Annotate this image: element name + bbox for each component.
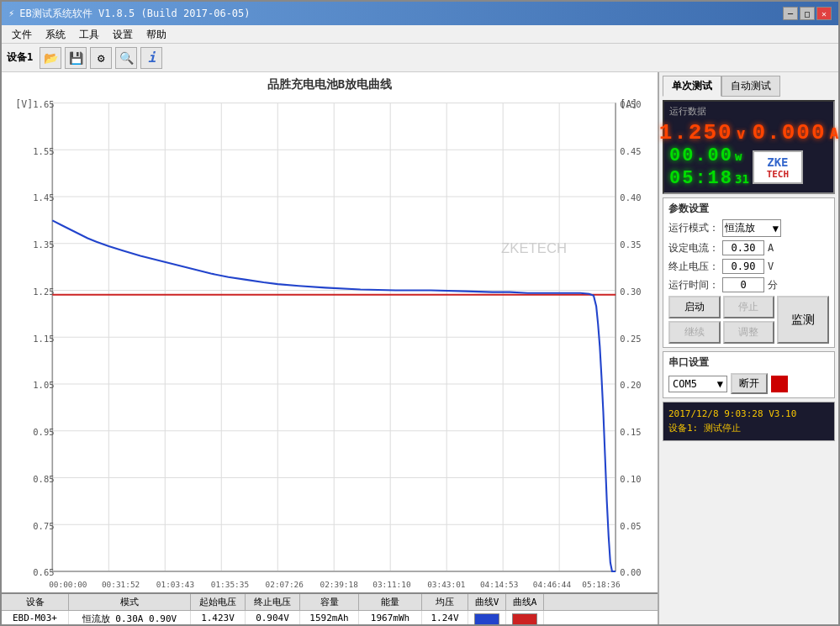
cell-start-v: 1.423V: [191, 611, 246, 624]
svg-text:0.50: 0.50: [620, 99, 641, 109]
start-button[interactable]: 启动: [668, 296, 721, 318]
menu-tools[interactable]: 工具: [72, 27, 106, 41]
svg-text:1.05: 1.05: [33, 380, 54, 390]
svg-text:0.35: 0.35: [620, 239, 641, 250]
status-line2: 设备1: 测试停止: [668, 422, 829, 436]
voltage-display: 1.250: [659, 120, 733, 145]
col-curve-v: 曲线V: [468, 594, 506, 610]
time-row: 运行时间： 0 分: [668, 277, 829, 292]
power-display: 00.00: [669, 145, 733, 166]
menu-settings[interactable]: 设置: [106, 27, 140, 41]
voltage-input[interactable]: 0.90: [722, 259, 764, 274]
open-button[interactable]: 📂: [40, 47, 61, 69]
svg-text:1.65: 1.65: [33, 99, 54, 109]
minimize-button[interactable]: ─: [783, 7, 798, 20]
svg-text:0.45: 0.45: [620, 146, 641, 156]
bottom-table: 设备 模式 起始电压 终止电压 容量 能量 均压 曲线V 曲线A EBD-M03…: [2, 592, 658, 624]
menu-file[interactable]: 文件: [5, 27, 39, 41]
current-input[interactable]: 0.30: [722, 240, 764, 255]
svg-text:0.40: 0.40: [620, 192, 641, 203]
right-panel: 单次测试 自动测试 运行数据 1.250 v 0.000 A 00.00 w: [658, 72, 838, 624]
current-label: 设定电流：: [668, 241, 719, 255]
svg-text:00:31:52: 00:31:52: [102, 580, 140, 589]
time-input[interactable]: 0: [722, 277, 764, 292]
cell-end-v: 0.904V: [246, 611, 300, 624]
maximize-button[interactable]: □: [800, 7, 815, 20]
svg-text:1.35: 1.35: [33, 239, 54, 250]
svg-text:0.75: 0.75: [33, 521, 54, 531]
power-unit: w: [735, 150, 742, 163]
serial-disconnect-button[interactable]: 断开: [731, 373, 768, 394]
running-data-panel: 运行数据 1.250 v 0.000 A 00.00 w 05:18: [663, 100, 835, 194]
svg-text:01:35:35: 01:35:35: [211, 580, 249, 589]
svg-text:1.55: 1.55: [33, 146, 54, 156]
svg-text:1.25: 1.25: [33, 287, 54, 297]
mode-row: 运行模式： 恒流放 ▼: [668, 219, 829, 237]
close-button[interactable]: ✕: [816, 7, 832, 20]
zke-logo: ZKE TECH: [753, 150, 803, 184]
serial-port-select[interactable]: COM5 ▼: [668, 376, 727, 392]
serial-dropdown-icon: ▼: [717, 378, 723, 390]
main-window: ⚡ EB测试系统软件 V1.8.5 (Build 2017-06-05) ─ □…: [0, 0, 840, 626]
svg-text:ZKETECH: ZKETECH: [501, 240, 567, 256]
app-icon: ⚡: [8, 8, 14, 19]
svg-text:04:14:53: 04:14:53: [480, 580, 518, 589]
running-data-label: 运行数据: [669, 105, 828, 118]
svg-text:0.00: 0.00: [620, 567, 641, 577]
col-curve-a: 曲线A: [506, 594, 544, 610]
search-button[interactable]: 🔍: [115, 47, 137, 69]
device-label: 设备1: [7, 50, 33, 65]
title-bar: ⚡ EB测试系统软件 V1.8.5 (Build 2017-06-05) ─ □…: [2, 2, 838, 25]
current-display: 0.000: [753, 120, 827, 145]
curve-v-swatch: [474, 613, 499, 624]
voltage-unit2: V: [768, 260, 774, 272]
svg-text:03:43:01: 03:43:01: [427, 580, 466, 589]
chart-container: [V] 1.65 1.55 1.45 1.35 1.25 1.15 1.05 0…: [8, 94, 651, 589]
monitor-button[interactable]: 监测: [777, 296, 829, 344]
mode-value: 恒流放: [725, 221, 755, 235]
menu-bar: 文件 系统 工具 设置 帮助: [2, 25, 838, 44]
time-display: 05:18: [669, 168, 733, 189]
stop-button[interactable]: 停止: [723, 296, 775, 318]
chart-title: 品胜充电电池B放电曲线: [2, 72, 658, 94]
adjust-button[interactable]: 调整: [723, 321, 775, 344]
col-device: 设备: [2, 594, 69, 610]
svg-text:0.05: 0.05: [620, 521, 641, 531]
cell-device: EBD-M03+: [2, 611, 69, 624]
menu-system[interactable]: 系统: [39, 27, 72, 41]
mode-dropdown-icon: ▼: [773, 223, 779, 234]
svg-text:03:11:10: 03:11:10: [372, 580, 411, 589]
voltage-row: 终止电压： 0.90 V: [668, 259, 829, 274]
tab-auto-test[interactable]: 自动测试: [721, 76, 780, 97]
save-button[interactable]: 💾: [65, 47, 87, 69]
voltage-label2: 终止电压：: [668, 260, 719, 274]
serial-indicator: [771, 376, 788, 392]
info-button[interactable]: i: [140, 47, 162, 69]
col-start-v: 起始电压: [191, 594, 246, 610]
serial-port-value: COM5: [673, 378, 697, 390]
menu-help[interactable]: 帮助: [140, 27, 173, 41]
svg-text:02:07:26: 02:07:26: [266, 580, 304, 589]
serial-section: 串口设置 COM5 ▼ 断开: [663, 351, 835, 398]
settings-button[interactable]: ⚙: [90, 47, 112, 69]
mode-select[interactable]: 恒流放 ▼: [722, 219, 781, 237]
main-area: 品胜充电电池B放电曲线: [2, 72, 838, 624]
power-time-row: 00.00 w 05:18 31 ZKE TECH: [669, 145, 828, 189]
svg-text:04:46:44: 04:46:44: [533, 580, 572, 589]
svg-text:02:39:18: 02:39:18: [320, 580, 358, 589]
col-energy: 能量: [359, 594, 422, 610]
continue-button[interactable]: 继续: [668, 321, 721, 344]
panel-tabs: 单次测试 自动测试: [663, 76, 835, 97]
svg-text:1.45: 1.45: [33, 192, 54, 203]
status-line1: 2017/12/8 9:03:28 V3.10: [668, 408, 829, 422]
tab-single-test[interactable]: 单次测试: [663, 76, 721, 97]
zke-logo-line1: ZKE: [767, 155, 788, 169]
table-row: EBD-M03+ 恒流放 0.30A 0.90V 1.423V 0.904V 1…: [2, 611, 658, 624]
params-section: 参数设置 运行模式： 恒流放 ▼ 设定电流： 0.30 A 终止: [663, 197, 835, 348]
cell-avg-v: 1.24V: [422, 611, 468, 624]
svg-text:0.25: 0.25: [620, 334, 641, 344]
status-section: 2017/12/8 9:03:28 V3.10 设备1: 测试停止: [663, 402, 835, 441]
svg-text:0.10: 0.10: [620, 474, 641, 484]
svg-text:[V]: [V]: [15, 98, 33, 110]
svg-text:0.20: 0.20: [620, 380, 641, 390]
